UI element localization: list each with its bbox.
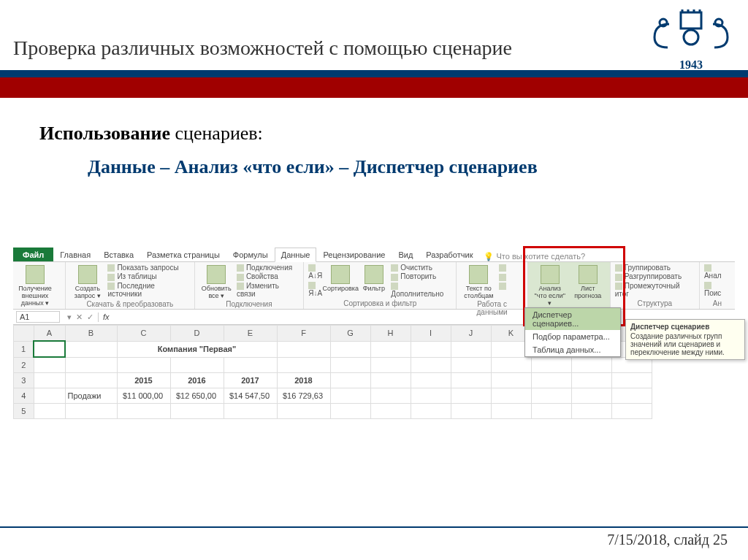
filter-options[interactable]: Очистить Повторить Дополнительно [391, 264, 451, 298]
menu-scenario-manager[interactable]: Диспетчер сценариев... [525, 308, 620, 330]
sort-button[interactable]: Сортировка [324, 264, 356, 293]
slide-title: Проверка различных возможностей с помощь… [13, 37, 512, 60]
text-to-columns-button[interactable]: Текст по столбцам [461, 264, 496, 300]
data-tools-icons[interactable] [499, 264, 516, 290]
tab-file[interactable]: Файл [13, 248, 53, 261]
excel-tabs: Файл Главная Вставка Разметка страницы Ф… [13, 245, 735, 262]
group-label-connections: Подключения [199, 300, 299, 308]
svg-point-3 [715, 19, 722, 26]
body-line-2: Данные – Анализ «что если» – Диспетчер с… [88, 156, 538, 178]
refresh-all-button[interactable]: Обновить все ▾ [199, 264, 234, 300]
body-line-1-bold: Использование [39, 123, 170, 144]
query-options[interactable]: Показать запросы Из таблицы Последние ис… [107, 264, 189, 298]
body-line-1-rest: сценариев: [170, 123, 263, 144]
create-query-button[interactable]: Создать запрос ▾ [70, 264, 104, 300]
menu-goal-seek[interactable]: Подбор параметра... [525, 330, 620, 343]
tab-review[interactable]: Рецензирование [316, 248, 392, 261]
outline-options[interactable]: Группировать Разгруппировать Промежуточн… [615, 264, 695, 298]
divider-blue [0, 70, 748, 77]
tab-developer[interactable]: Разработчик [419, 248, 479, 261]
divider-red [0, 77, 748, 98]
sort-az-za[interactable]: А↓ЯЯ↓А [308, 264, 321, 297]
group-label-sortfilter: Сортировка и фильтр [308, 299, 451, 307]
excel-screenshot: Файл Главная Вставка Разметка страницы Ф… [13, 245, 735, 421]
body-line-1: Использование сценариев: [39, 123, 263, 145]
tab-insert[interactable]: Вставка [97, 248, 140, 261]
group-label-structure: Структура [615, 299, 695, 307]
analysis-cut[interactable]: АналПоис [704, 264, 730, 297]
crest-icon [647, 4, 735, 55]
name-box[interactable]: A1 [16, 311, 60, 323]
footer-line [0, 526, 748, 528]
footer-text: 7/15/2018, слайд 25 [607, 532, 728, 548]
menu-data-table[interactable]: Таблица данных... [525, 343, 620, 356]
get-external-data-button[interactable]: Получение внешних данных ▾ [18, 264, 53, 307]
svg-rect-0 [681, 12, 701, 28]
tooltip-title: Диспетчер сценариев [630, 323, 740, 331]
formula-buttons[interactable]: ▾✕✓ [63, 312, 99, 322]
filter-button[interactable]: Фильтр [359, 264, 388, 293]
connections-options[interactable]: Подключения Свойства Изменить связи [237, 264, 299, 298]
tab-view[interactable]: Вид [392, 248, 419, 261]
tooltip-body: Создание различных групп значений или сц… [630, 332, 740, 356]
logo: 1943 [647, 4, 735, 72]
scenario-tooltip: Диспетчер сценариев Создание различных г… [625, 319, 745, 360]
svg-point-2 [660, 19, 667, 26]
tab-home[interactable]: Главная [53, 248, 97, 261]
group-label-datatools: Работа с данными [461, 300, 522, 316]
svg-point-1 [684, 30, 698, 45]
what-if-dropdown: Диспетчер сценариев... Подбор параметра.… [524, 307, 621, 357]
cell-company-title[interactable]: Компания "Первая" [117, 341, 277, 357]
ribbon: Получение внешних данных ▾ Создать запро… [13, 262, 735, 310]
group-label-transform: Скачать & преобразовать [70, 300, 189, 308]
tab-formulas[interactable]: Формулы [226, 248, 275, 261]
group-label-analysis: Ан [704, 299, 730, 307]
tab-layout[interactable]: Разметка страницы [140, 248, 226, 261]
fx-label[interactable]: fx [99, 312, 114, 321]
tab-data[interactable]: Данные [275, 248, 317, 262]
